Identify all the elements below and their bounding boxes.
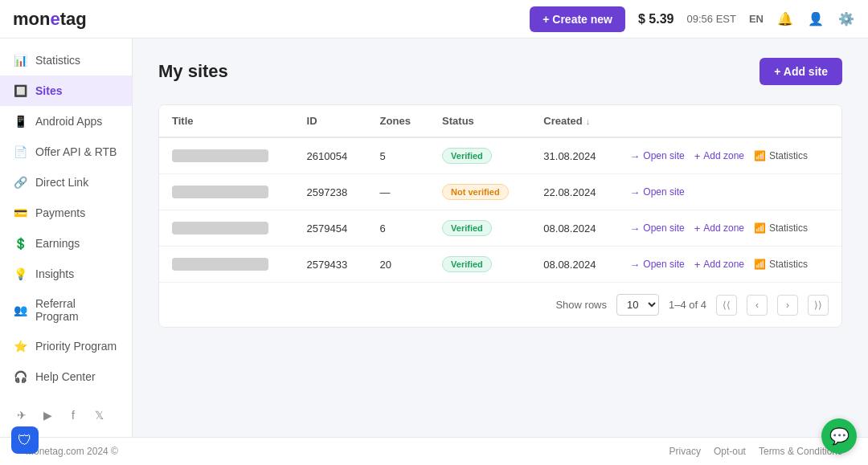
main-content: My sites + Add site Title ID Zones Statu… xyxy=(133,39,868,437)
wallet-icon[interactable]: 👤 xyxy=(807,10,825,28)
create-new-button[interactable]: + Create new xyxy=(530,6,625,32)
facebook-icon[interactable]: f xyxy=(64,406,82,424)
sidebar-item-direct-link[interactable]: 🔗 Direct Link xyxy=(0,167,132,198)
bar-chart-icon: 📶 xyxy=(754,222,766,234)
shield-widget[interactable]: 🛡 xyxy=(11,426,39,454)
add-zone-link[interactable]: + Add zone xyxy=(694,222,744,235)
open-site-link[interactable]: → Open site xyxy=(629,259,684,271)
time-display: 09:56 EST xyxy=(687,13,736,25)
action-links: → Open site+ Add zone📶 Statistics xyxy=(629,150,829,162)
plus-icon: + xyxy=(694,259,701,271)
sidebar-label-payments: Payments xyxy=(35,206,85,219)
statistics-link[interactable]: 📶 Statistics xyxy=(754,259,808,270)
sidebar-item-offer-api[interactable]: 📄 Offer API & RTB xyxy=(0,137,132,167)
pagination-last-button[interactable]: ⟩⟩ xyxy=(808,295,829,316)
sidebar-item-help[interactable]: 🎧 Help Center xyxy=(0,361,132,392)
telegram-icon[interactable]: ✈ xyxy=(13,406,31,424)
site-name-placeholder xyxy=(172,222,268,235)
user-icon[interactable]: ⚙️ xyxy=(837,10,855,28)
cell-id: 2610054 xyxy=(294,137,367,174)
sidebar-label-help: Help Center xyxy=(35,370,96,383)
sidebar-label-android-apps: Android Apps xyxy=(35,115,102,128)
cell-created: 31.08.2024 xyxy=(530,137,616,174)
col-status: Status xyxy=(429,105,530,137)
pagination-prev-button[interactable]: ‹ xyxy=(747,295,768,316)
sidebar-label-earnings: Earnings xyxy=(35,237,80,250)
pagination-info: 1–4 of 4 xyxy=(669,299,706,311)
chat-widget[interactable]: 💬 xyxy=(821,418,857,454)
sidebar-item-insights[interactable]: 💡 Insights xyxy=(0,259,132,289)
youtube-icon[interactable]: ▶ xyxy=(39,406,56,424)
table-row: 26100545Verified31.08.2024→ Open site+ A… xyxy=(159,137,841,174)
site-name-placeholder xyxy=(172,258,268,271)
open-site-link[interactable]: → Open site xyxy=(629,222,684,235)
app-header: monetag + Create new $ 5.39 09:56 EST EN… xyxy=(0,0,868,39)
open-site-link[interactable]: → Open site xyxy=(629,150,684,162)
sidebar-item-priority[interactable]: ⭐ Priority Program xyxy=(0,331,132,361)
sidebar-label-offer-api: Offer API & RTB xyxy=(35,145,117,158)
cell-zones: 5 xyxy=(367,137,429,174)
cell-status: Verified xyxy=(429,137,530,174)
footer-privacy-link[interactable]: Privacy xyxy=(669,446,701,457)
table-row: 257943320Verified08.08.2024→ Open site+ … xyxy=(159,247,841,283)
col-title-label: Title xyxy=(172,115,194,127)
sidebar-label-sites: Sites xyxy=(35,84,62,97)
android-apps-icon: 📱 xyxy=(13,114,27,128)
language-selector[interactable]: EN xyxy=(749,13,764,25)
cell-actions: → Open site+ Add zone📶 Statistics xyxy=(616,210,841,247)
sidebar-item-earnings[interactable]: 💲 Earnings xyxy=(0,228,132,259)
pagination-next-button[interactable]: › xyxy=(777,295,798,316)
sidebar-item-payments[interactable]: 💳 Payments xyxy=(0,198,132,228)
sites-table: Title ID Zones Status Created ↓ xyxy=(159,105,841,282)
sort-arrow-icon: ↓ xyxy=(586,116,591,126)
open-site-link[interactable]: → Open site xyxy=(629,186,684,198)
referral-icon: 👥 xyxy=(13,303,27,317)
cell-created: 08.08.2024 xyxy=(530,247,616,283)
col-actions xyxy=(616,105,841,137)
footer-links: Privacy Opt-out Terms & Conditions xyxy=(669,446,842,457)
cell-id: 2579433 xyxy=(294,247,367,283)
statistics-icon: 📊 xyxy=(13,53,27,67)
sidebar-item-statistics[interactable]: 📊 Statistics xyxy=(0,45,132,75)
rows-per-page-select[interactable]: 10 25 50 xyxy=(616,294,659,316)
cell-zones: 20 xyxy=(367,247,429,283)
col-id-label: ID xyxy=(307,115,317,127)
pagination-first-button[interactable]: ⟨⟨ xyxy=(716,295,737,316)
col-created[interactable]: Created ↓ xyxy=(530,105,616,137)
col-title: Title xyxy=(159,105,294,137)
balance-display: $ 5.39 xyxy=(638,12,674,27)
sites-table-container: Title ID Zones Status Created ↓ xyxy=(158,104,842,328)
col-created-sort[interactable]: Created ↓ xyxy=(543,115,604,127)
col-zones: Zones xyxy=(367,105,429,137)
sidebar-item-sites[interactable]: 🔲 Sites xyxy=(0,75,132,106)
cell-id: 2597238 xyxy=(294,174,367,210)
help-icon: 🎧 xyxy=(13,369,27,384)
add-zone-link[interactable]: + Add zone xyxy=(694,259,744,271)
bar-chart-icon: 📶 xyxy=(754,259,766,270)
sidebar-item-referral[interactable]: 👥 Referral Program xyxy=(0,289,132,331)
plus-icon: + xyxy=(694,222,701,235)
header-right: + Create new $ 5.39 09:56 EST EN 🔔 👤 ⚙️ xyxy=(530,6,855,32)
add-site-button[interactable]: + Add site xyxy=(760,58,842,85)
page-footer: Monetag.com 2024 © Privacy Opt-out Terms… xyxy=(0,437,868,465)
status-badge: Not verified xyxy=(442,184,509,200)
twitter-icon[interactable]: 𝕏 xyxy=(90,406,108,424)
arrow-right-icon: → xyxy=(629,186,640,198)
statistics-link[interactable]: 📶 Statistics xyxy=(754,150,808,161)
sidebar-label-insights: Insights xyxy=(35,267,74,280)
cell-status: Verified xyxy=(429,210,530,247)
cell-actions: → Open site+ Add zone📶 Statistics xyxy=(616,247,841,283)
notifications-icon[interactable]: 🔔 xyxy=(776,10,794,28)
col-status-label: Status xyxy=(442,115,474,127)
sidebar-item-android-apps[interactable]: 📱 Android Apps xyxy=(0,106,132,137)
table-body: 26100545Verified31.08.2024→ Open site+ A… xyxy=(159,137,841,282)
add-zone-link[interactable]: + Add zone xyxy=(694,150,744,162)
sites-icon: 🔲 xyxy=(13,84,27,98)
footer-optout-link[interactable]: Opt-out xyxy=(714,446,746,457)
cell-actions: → Open site+ Add zone📶 Statistics xyxy=(616,137,841,174)
show-rows-label: Show rows xyxy=(555,299,607,311)
bar-chart-icon: 📶 xyxy=(754,150,766,161)
statistics-link[interactable]: 📶 Statistics xyxy=(754,222,808,234)
logo[interactable]: monetag xyxy=(13,9,87,30)
cell-title xyxy=(159,210,294,247)
